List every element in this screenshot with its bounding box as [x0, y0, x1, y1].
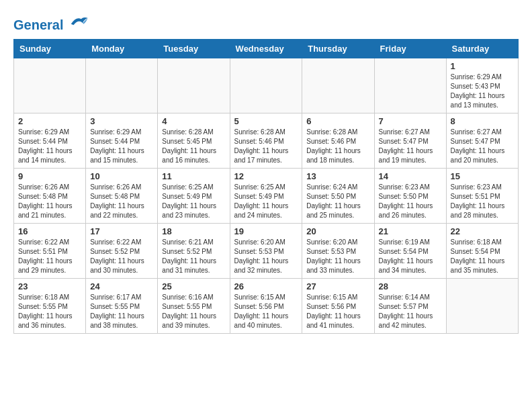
day-info: Sunrise: 6:29 AM Sunset: 5:44 PM Dayligh… — [18, 128, 81, 165]
day-info: Sunrise: 6:20 AM Sunset: 5:53 PM Dayligh… — [234, 238, 298, 275]
day-info: Sunrise: 6:29 AM Sunset: 5:44 PM Dayligh… — [90, 128, 153, 165]
day-info: Sunrise: 6:22 AM Sunset: 5:52 PM Dayligh… — [90, 238, 153, 275]
day-number: 17 — [90, 226, 153, 236]
day-number: 15 — [451, 171, 514, 181]
day-cell: 10Sunrise: 6:26 AM Sunset: 5:48 PM Dayli… — [86, 169, 158, 224]
day-info: Sunrise: 6:28 AM Sunset: 5:46 PM Dayligh… — [306, 128, 369, 165]
day-number: 14 — [379, 171, 442, 181]
logo: General — [13, 13, 89, 32]
day-cell: 24Sunrise: 6:17 AM Sunset: 5:55 PM Dayli… — [86, 279, 158, 334]
day-number: 12 — [234, 171, 298, 181]
day-cell: 8Sunrise: 6:27 AM Sunset: 5:47 PM Daylig… — [446, 113, 518, 169]
day-cell: 14Sunrise: 6:23 AM Sunset: 5:50 PM Dayli… — [374, 169, 446, 224]
day-cell: 18Sunrise: 6:21 AM Sunset: 5:52 PM Dayli… — [158, 224, 230, 279]
day-number: 28 — [379, 281, 442, 291]
day-number: 20 — [306, 226, 369, 236]
day-cell: 9Sunrise: 6:26 AM Sunset: 5:48 PM Daylig… — [14, 169, 86, 224]
logo-text: General — [13, 13, 89, 32]
day-cell — [158, 58, 230, 113]
day-info: Sunrise: 6:14 AM Sunset: 5:57 PM Dayligh… — [379, 293, 442, 330]
day-cell: 25Sunrise: 6:16 AM Sunset: 5:55 PM Dayli… — [158, 279, 230, 334]
day-cell: 20Sunrise: 6:20 AM Sunset: 5:53 PM Dayli… — [302, 224, 374, 279]
day-cell: 17Sunrise: 6:22 AM Sunset: 5:52 PM Dayli… — [86, 224, 158, 279]
weekday-header-sunday: Sunday — [14, 40, 86, 58]
day-cell: 19Sunrise: 6:20 AM Sunset: 5:53 PM Dayli… — [230, 224, 302, 279]
day-number: 6 — [306, 116, 369, 126]
day-cell: 7Sunrise: 6:27 AM Sunset: 5:47 PM Daylig… — [374, 113, 446, 169]
day-info: Sunrise: 6:21 AM Sunset: 5:52 PM Dayligh… — [162, 238, 225, 275]
day-info: Sunrise: 6:25 AM Sunset: 5:49 PM Dayligh… — [234, 183, 298, 220]
day-number: 27 — [306, 281, 369, 291]
weekday-header-friday: Friday — [374, 40, 446, 58]
day-info: Sunrise: 6:18 AM Sunset: 5:55 PM Dayligh… — [18, 293, 81, 330]
day-number: 3 — [90, 116, 153, 126]
day-number: 26 — [234, 281, 298, 291]
day-cell: 6Sunrise: 6:28 AM Sunset: 5:46 PM Daylig… — [302, 113, 374, 169]
day-number: 25 — [162, 281, 225, 291]
day-info: Sunrise: 6:25 AM Sunset: 5:49 PM Dayligh… — [162, 183, 225, 220]
weekday-header-tuesday: Tuesday — [158, 40, 230, 58]
day-info: Sunrise: 6:24 AM Sunset: 5:50 PM Dayligh… — [306, 183, 369, 220]
day-cell: 13Sunrise: 6:24 AM Sunset: 5:50 PM Dayli… — [302, 169, 374, 224]
week-row-3: 16Sunrise: 6:22 AM Sunset: 5:51 PM Dayli… — [14, 224, 519, 279]
day-info: Sunrise: 6:17 AM Sunset: 5:55 PM Dayligh… — [90, 293, 153, 330]
day-info: Sunrise: 6:23 AM Sunset: 5:50 PM Dayligh… — [379, 183, 442, 220]
day-number: 1 — [451, 61, 514, 71]
day-info: Sunrise: 6:26 AM Sunset: 5:48 PM Dayligh… — [18, 183, 81, 220]
day-info: Sunrise: 6:28 AM Sunset: 5:46 PM Dayligh… — [234, 128, 298, 165]
day-info: Sunrise: 6:26 AM Sunset: 5:48 PM Dayligh… — [90, 183, 153, 220]
day-info: Sunrise: 6:23 AM Sunset: 5:51 PM Dayligh… — [451, 183, 514, 220]
weekday-header-wednesday: Wednesday — [230, 40, 302, 58]
day-info: Sunrise: 6:20 AM Sunset: 5:53 PM Dayligh… — [306, 238, 369, 275]
day-number: 24 — [90, 281, 153, 291]
weekday-header-monday: Monday — [86, 40, 158, 58]
week-row-1: 2Sunrise: 6:29 AM Sunset: 5:44 PM Daylig… — [14, 113, 519, 169]
day-cell: 21Sunrise: 6:19 AM Sunset: 5:54 PM Dayli… — [374, 224, 446, 279]
day-cell: 22Sunrise: 6:18 AM Sunset: 5:54 PM Dayli… — [446, 224, 518, 279]
day-cell: 3Sunrise: 6:29 AM Sunset: 5:44 PM Daylig… — [86, 113, 158, 169]
week-row-4: 23Sunrise: 6:18 AM Sunset: 5:55 PM Dayli… — [14, 279, 519, 334]
weekday-header-saturday: Saturday — [446, 40, 518, 58]
day-number: 11 — [162, 171, 225, 181]
day-cell — [14, 58, 86, 113]
day-number: 10 — [90, 171, 153, 181]
day-cell — [374, 58, 446, 113]
day-cell: 15Sunrise: 6:23 AM Sunset: 5:51 PM Dayli… — [446, 169, 518, 224]
day-cell: 27Sunrise: 6:15 AM Sunset: 5:56 PM Dayli… — [302, 279, 374, 334]
calendar-body: 1Sunrise: 6:29 AM Sunset: 5:43 PM Daylig… — [14, 58, 519, 334]
calendar: SundayMondayTuesdayWednesdayThursdayFrid… — [13, 39, 519, 334]
week-row-0: 1Sunrise: 6:29 AM Sunset: 5:43 PM Daylig… — [14, 58, 519, 113]
day-number: 22 — [451, 226, 514, 236]
day-cell — [446, 279, 518, 334]
day-cell: 26Sunrise: 6:15 AM Sunset: 5:56 PM Dayli… — [230, 279, 302, 334]
day-number: 5 — [234, 116, 298, 126]
day-cell: 11Sunrise: 6:25 AM Sunset: 5:49 PM Dayli… — [158, 169, 230, 224]
day-info: Sunrise: 6:29 AM Sunset: 5:43 PM Dayligh… — [451, 73, 514, 110]
day-number: 19 — [234, 226, 298, 236]
day-cell — [302, 58, 374, 113]
day-number: 4 — [162, 116, 225, 126]
header: General — [13, 13, 519, 32]
day-info: Sunrise: 6:27 AM Sunset: 5:47 PM Dayligh… — [379, 128, 442, 165]
day-info: Sunrise: 6:15 AM Sunset: 5:56 PM Dayligh… — [306, 293, 369, 330]
day-cell: 2Sunrise: 6:29 AM Sunset: 5:44 PM Daylig… — [14, 113, 86, 169]
weekday-header-row: SundayMondayTuesdayWednesdayThursdayFrid… — [14, 40, 519, 58]
day-info: Sunrise: 6:19 AM Sunset: 5:54 PM Dayligh… — [379, 238, 442, 275]
day-number: 21 — [379, 226, 442, 236]
day-cell: 23Sunrise: 6:18 AM Sunset: 5:55 PM Dayli… — [14, 279, 86, 334]
day-cell: 1Sunrise: 6:29 AM Sunset: 5:43 PM Daylig… — [446, 58, 518, 113]
day-info: Sunrise: 6:28 AM Sunset: 5:45 PM Dayligh… — [162, 128, 225, 165]
day-cell: 16Sunrise: 6:22 AM Sunset: 5:51 PM Dayli… — [14, 224, 86, 279]
day-number: 9 — [18, 171, 81, 181]
day-info: Sunrise: 6:18 AM Sunset: 5:54 PM Dayligh… — [451, 238, 514, 275]
day-number: 7 — [379, 116, 442, 126]
day-cell: 12Sunrise: 6:25 AM Sunset: 5:49 PM Dayli… — [230, 169, 302, 224]
day-info: Sunrise: 6:16 AM Sunset: 5:55 PM Dayligh… — [162, 293, 225, 330]
day-cell — [86, 58, 158, 113]
day-number: 13 — [306, 171, 369, 181]
day-cell: 4Sunrise: 6:28 AM Sunset: 5:45 PM Daylig… — [158, 113, 230, 169]
day-number: 23 — [18, 281, 81, 291]
day-number: 2 — [18, 116, 81, 126]
day-info: Sunrise: 6:27 AM Sunset: 5:47 PM Dayligh… — [451, 128, 514, 165]
day-cell — [230, 58, 302, 113]
